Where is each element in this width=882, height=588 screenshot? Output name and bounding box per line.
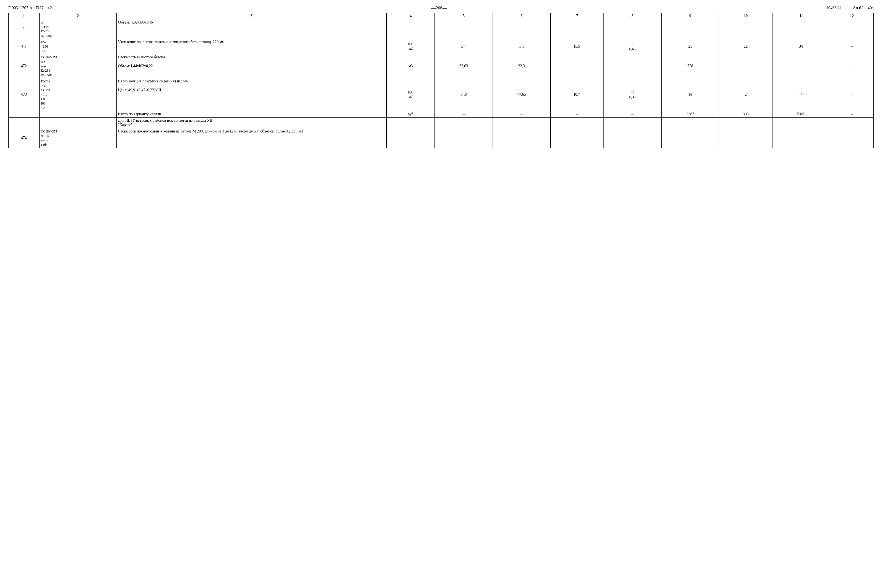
row-c10: 22 bbox=[719, 39, 772, 54]
row-c12 bbox=[830, 128, 873, 148]
row-c7: – bbox=[550, 54, 603, 78]
row-c9: I4 bbox=[661, 78, 719, 111]
row-c5 bbox=[435, 128, 493, 148]
row-c8: I,3 0,39 bbox=[603, 78, 661, 111]
row-c8: – bbox=[603, 54, 661, 78]
row-c10 bbox=[719, 128, 772, 148]
row-c8 bbox=[603, 20, 661, 39]
row-ref: ССЦМСМ п.9–5 тех.ч. табл. bbox=[39, 128, 117, 148]
row-unit: I00 м2 bbox=[386, 78, 435, 111]
row-unit: м3 bbox=[386, 54, 435, 78]
row-desc: Итого по варианту кровли bbox=[117, 111, 386, 117]
row-c12 bbox=[830, 20, 873, 39]
table-row: Итого по варианту кровли руб – – – – 338… bbox=[9, 111, 874, 117]
row-c6: 22,3 bbox=[493, 54, 550, 78]
col-header-7: 7 bbox=[550, 13, 603, 20]
row-unit bbox=[386, 128, 435, 148]
row-c7: I5,5 bbox=[550, 39, 603, 54]
page-header: Г 903-I-205 Ан.I3.I7 кн.2 —206— 19468·21… bbox=[8, 6, 874, 10]
row-num: I bbox=[9, 20, 39, 39]
row-num bbox=[9, 117, 39, 128]
row-c10: 303 bbox=[719, 111, 772, 117]
table-row: 474 ССЦМСМ п.9–5 тех.ч. табл. Стоимость … bbox=[9, 128, 874, 148]
row-c6: 77,65 bbox=[493, 78, 550, 111]
row-c9: 3387 bbox=[661, 111, 719, 117]
table-row: Для III, IУ ветровых районов исключается… bbox=[9, 117, 874, 128]
main-table: 1 2 3 4 5 6 7 8 9 10 11 12 I п. 3-I48 I2… bbox=[8, 13, 874, 148]
row-c11: 53/I5 bbox=[772, 111, 830, 117]
row-c11 bbox=[772, 128, 830, 148]
row-c11: – bbox=[772, 54, 830, 78]
row-unit bbox=[386, 20, 435, 39]
row-c6 bbox=[493, 117, 550, 128]
row-c9 bbox=[661, 128, 719, 148]
row-c9: 25 bbox=[661, 39, 719, 54]
row-unit bbox=[386, 117, 435, 128]
header-center: —206— bbox=[432, 6, 447, 10]
row-c11: –/– bbox=[772, 78, 830, 111]
row-unit: руб bbox=[386, 111, 435, 117]
row-c9: 728 bbox=[661, 54, 719, 78]
row-c11: 3/I bbox=[772, 39, 830, 54]
col-header-8: 8 bbox=[603, 13, 661, 20]
col-header-6: 6 bbox=[493, 13, 550, 20]
row-c7 bbox=[550, 128, 603, 148]
row-c6 bbox=[493, 20, 550, 39]
header-right2: Ан.6.I – 40а bbox=[853, 6, 874, 10]
row-ref: п. 3-I48 I2-286 прилож. bbox=[39, 20, 117, 39]
row-c6 bbox=[493, 128, 550, 148]
header-right1: 19468·21 bbox=[826, 6, 842, 10]
row-c6: I7,3 bbox=[493, 39, 550, 54]
row-c10 bbox=[719, 20, 772, 39]
row-c7: I0,7 bbox=[550, 78, 603, 111]
row-c8 bbox=[603, 117, 661, 128]
row-c7: – bbox=[550, 111, 603, 117]
table-row: 47I I2– –286 9–6 Утепление покрытия плит… bbox=[9, 39, 874, 54]
row-desc: Пароизоляция покрытия оклеечная изоломЦе… bbox=[117, 78, 386, 111]
row-c11 bbox=[772, 117, 830, 128]
row-desc: Объем: 4,32хI03х0,I6 bbox=[117, 20, 386, 39]
col-header-2: 2 bbox=[39, 13, 117, 20]
row-c10: – bbox=[719, 54, 772, 78]
row-c12: – bbox=[830, 39, 873, 54]
row-c8: – bbox=[603, 111, 661, 117]
row-c8: I,8 0,63 bbox=[603, 39, 661, 54]
row-c9 bbox=[661, 117, 719, 128]
row-c7 bbox=[550, 117, 603, 128]
col-header-1: 1 bbox=[9, 13, 39, 20]
row-c5 bbox=[435, 117, 493, 128]
row-c6: – bbox=[493, 111, 550, 117]
row-ref bbox=[39, 111, 117, 117]
row-num bbox=[9, 111, 39, 117]
col-header-12: 12 bbox=[830, 13, 873, 20]
row-c5: I,44 bbox=[435, 39, 493, 54]
col-header-10: 10 bbox=[719, 13, 772, 20]
row-c8 bbox=[603, 128, 661, 148]
table-row: 472 ССЦМСМ п.3– –I48 I2-286 прилож. Стои… bbox=[9, 54, 874, 78]
row-c5: 0,I8 bbox=[435, 78, 493, 111]
row-unit: I00 м2 bbox=[386, 39, 435, 54]
row-ref: I2– –286 9–6 bbox=[39, 39, 117, 54]
row-c9 bbox=[661, 20, 719, 39]
col-header-4: 4 bbox=[386, 13, 435, 20]
row-c10 bbox=[719, 117, 772, 128]
row-num: 472 bbox=[9, 54, 39, 78]
row-num: 474 bbox=[9, 128, 39, 148]
row-ref: ССЦМСМ п.3– –I48 I2-286 прилож. bbox=[39, 54, 117, 78]
col-header-3: 3 bbox=[117, 13, 386, 20]
row-c12: – bbox=[830, 54, 873, 78]
row-c12: – bbox=[830, 78, 873, 111]
row-c12: – bbox=[830, 111, 873, 117]
row-ref bbox=[39, 117, 117, 128]
row-c11 bbox=[772, 20, 830, 39]
row-c5: 32,63 bbox=[435, 54, 493, 78]
row-num: 47I bbox=[9, 39, 39, 54]
col-header-9: 9 bbox=[661, 13, 719, 20]
row-c12 bbox=[830, 117, 873, 128]
row-c7 bbox=[550, 20, 603, 39]
col-header-5: 5 bbox=[435, 13, 493, 20]
row-desc: Стоимость прямоугольных колонн из бетона… bbox=[117, 128, 386, 148]
header-left: Г 903-I-205 Ан.I3.I7 кн.2 bbox=[8, 6, 52, 10]
row-num: 473 bbox=[9, 78, 39, 111]
row-c10: 2 bbox=[719, 78, 772, 111]
